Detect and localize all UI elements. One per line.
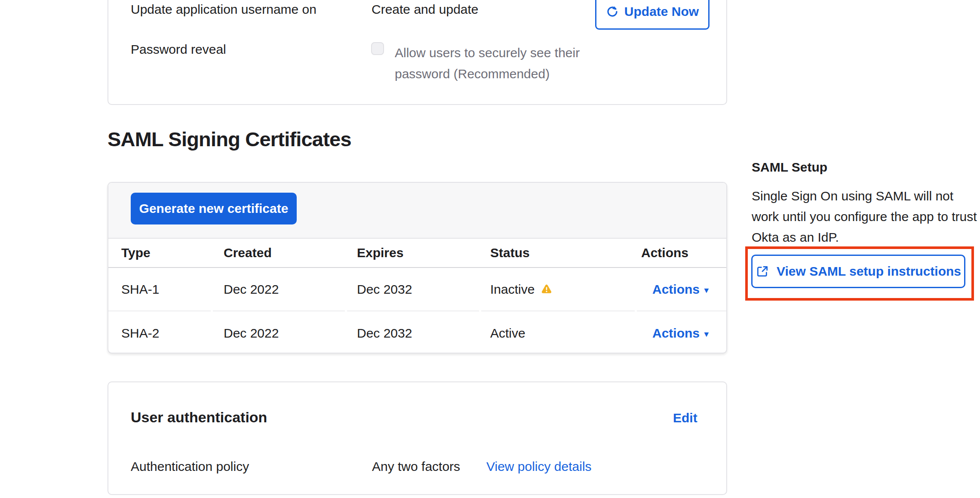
caret-down-icon: ▾ — [704, 329, 709, 339]
authentication-policy-value: Any two factors — [372, 459, 460, 474]
status-badge: Inactive — [490, 282, 535, 297]
edit-link[interactable]: Edit — [673, 411, 697, 425]
cert-type: SHA-1 — [108, 268, 211, 311]
col-header-created: Created — [213, 239, 345, 267]
certificates-table-header: Type Created Expires Status Actions — [108, 239, 726, 268]
saml-setup-description: Single Sign On using SAML will not work … — [752, 186, 978, 248]
view-policy-details-link[interactable]: View policy details — [486, 459, 592, 474]
user-authentication-card: User authentication Edit Authentication … — [108, 381, 727, 495]
certificates-card-header: Generate new certificate — [108, 183, 726, 239]
password-reveal-checkbox[interactable] — [371, 42, 384, 55]
refresh-icon — [606, 5, 619, 18]
warning-icon — [541, 283, 553, 295]
actions-dropdown-label: Actions — [652, 326, 700, 341]
actions-dropdown[interactable]: Actions ▾ — [652, 326, 709, 341]
caret-down-icon: ▾ — [704, 285, 709, 295]
update-now-button[interactable]: Update Now — [595, 0, 710, 30]
cert-actions-cell: Actions ▾ — [637, 311, 726, 354]
page-title: SAML Signing Certificates — [108, 127, 351, 151]
cert-created: Dec 2022 — [213, 268, 345, 311]
external-link-icon — [756, 264, 769, 278]
password-reveal-label: Password reveal — [131, 42, 226, 57]
cert-created: Dec 2022 — [213, 311, 345, 354]
username-update-value: Create and update — [372, 2, 479, 17]
cert-expires: Dec 2032 — [347, 268, 479, 311]
actions-dropdown[interactable]: Actions ▾ — [652, 282, 709, 297]
authentication-policy-label: Authentication policy — [131, 459, 249, 474]
certificates-card: Generate new certificate Type Created Ex… — [108, 182, 727, 354]
cert-type: SHA-2 — [108, 311, 211, 354]
cert-expires: Dec 2032 — [347, 311, 479, 354]
col-header-type: Type — [108, 239, 211, 267]
col-header-expires: Expires — [347, 239, 479, 267]
update-now-label: Update Now — [624, 4, 699, 19]
col-header-actions: Actions — [637, 239, 726, 267]
user-authentication-title: User authentication — [131, 409, 267, 426]
sign-on-settings-card: Update application username on Create an… — [108, 0, 727, 105]
okta-app-settings-page: Update application username on Create an… — [0, 0, 980, 498]
table-row-sha2: SHA-2 Dec 2022 Dec 2032 Active Actions ▾ — [108, 311, 726, 354]
cert-actions-cell: Actions ▾ — [637, 268, 726, 311]
password-reveal-checkbox-label: Allow users to securely see their passwo… — [395, 42, 638, 84]
cert-status-cell: Inactive — [481, 268, 635, 311]
cert-status-cell: Active — [481, 311, 635, 354]
col-header-status: Status — [481, 239, 635, 267]
view-saml-instructions-button[interactable]: View SAML setup instructions — [751, 255, 965, 288]
saml-setup-title: SAML Setup — [752, 160, 827, 175]
view-saml-instructions-label: View SAML setup instructions — [777, 264, 961, 279]
username-update-label: Update application username on — [131, 2, 316, 17]
status-badge: Active — [490, 326, 525, 341]
table-row-sha1: SHA-1 Dec 2022 Dec 2032 Inactive Actions… — [108, 268, 726, 311]
actions-dropdown-label: Actions — [652, 282, 700, 297]
generate-certificate-button[interactable]: Generate new certificate — [131, 193, 297, 224]
